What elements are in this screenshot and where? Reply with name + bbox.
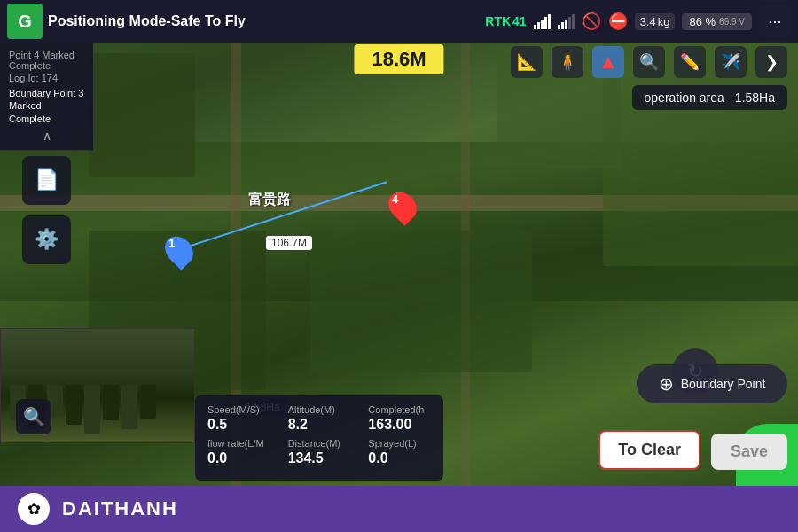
eraser-button[interactable]: ✏️ [674, 46, 706, 78]
rtk-status: RTK41 [485, 14, 526, 28]
fly-button[interactable]: ✈️ [715, 46, 747, 78]
save-button[interactable]: Save [711, 434, 787, 470]
distance-stat: Distance(M) 134.5 [288, 438, 351, 466]
log-id-text: Log Id: 174 [9, 73, 84, 83]
signal2-icon [558, 14, 575, 29]
altitude-stat: Altitude(M) 8.2 [288, 404, 351, 433]
toolbar: 📐 🧍 ▲ 🔍 ✏️ ✈️ ❯ [98, 43, 798, 82]
forbidden2-icon: ⛔ [608, 12, 628, 31]
zoom-in-button[interactable]: 🔍 [633, 46, 665, 78]
map-marker-4[interactable]: 4 [390, 191, 415, 222]
notification-panel: Point 4 Marked Complete Log Id: 174 Boun… [0, 43, 93, 151]
app-logo: G [7, 4, 43, 39]
collapse-icon[interactable]: ∧ [9, 129, 84, 143]
point4-text: Point 4 Marked Complete [9, 50, 84, 71]
footer-logo: ✿ [18, 493, 50, 525]
footer: ✿ DAITHANH [0, 486, 798, 532]
page-title: Positioning Mode-Safe To Fly [48, 13, 480, 29]
battery-pct: 86 % 69.9 V [682, 13, 752, 30]
operation-area-badge: operation area 1.58Ha [632, 85, 787, 110]
more-tools-button[interactable]: ❯ [755, 46, 787, 78]
status-bar: G Positioning Mode-Safe To Fly RTK41 [0, 0, 798, 43]
footer-title: DAITHANH [62, 497, 178, 520]
plus-icon: ⊕ [659, 373, 674, 395]
more-button[interactable]: ··· [759, 5, 791, 37]
stats-panel: Speed(M/S) 0.5 Altitude(M) 8.2 Completed… [195, 395, 443, 481]
boundary-button-label: Boundary Point [681, 377, 766, 391]
distance-badge: 18.6M [354, 44, 443, 74]
sprayed-stat: Sprayed(L) 0.0 [368, 438, 431, 466]
op-area-label: operation area [645, 90, 724, 105]
settings-icon-button[interactable]: ⚙️ [22, 215, 71, 264]
signal-icon [534, 14, 551, 29]
map-chinese-label: 富贵路 [248, 191, 291, 209]
location-button[interactable]: ▲ [592, 46, 624, 78]
speed-stat: Speed(M/S) 0.5 [207, 404, 270, 433]
person-icon-button[interactable]: 🧍 [552, 46, 583, 78]
boundary-text: Boundary Point 3 Marked Complete [9, 87, 84, 125]
forbidden-icon: 🚫 [582, 12, 601, 31]
flowrate-stat: flow rate(L/M 0.0 [207, 438, 270, 466]
completed-stat: Completed(h 163.00 [368, 404, 431, 433]
map-distance-label: 106.7M [266, 236, 312, 250]
map-marker-1[interactable]: 1 [167, 235, 192, 266]
status-right-group: RTK41 🚫 ⛔ 3.4 kg [485, 5, 791, 37]
boundary-point-button[interactable]: ⊕ Boundary Point [637, 364, 787, 403]
zoom-out-button[interactable]: 🔍 [16, 399, 51, 434]
battery-weight: 3.4 kg [635, 13, 676, 30]
measure-tool-button[interactable]: 📐 [511, 46, 543, 78]
document-icon-button[interactable]: 📄 [22, 156, 71, 205]
op-area-value: 1.58Ha [735, 90, 775, 105]
to-clear-button[interactable]: To Clear [598, 430, 700, 470]
